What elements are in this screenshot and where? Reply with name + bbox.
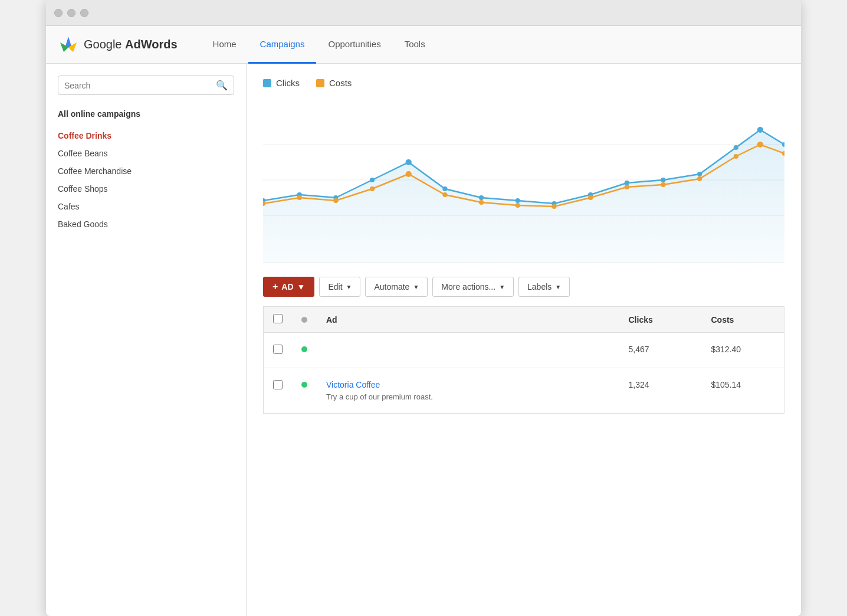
edit-label: Edit [328, 282, 342, 291]
row2-clicks: 1,324 [619, 368, 702, 414]
sidebar-item-coffee-merchandise[interactable]: Coffee Merchandise [58, 162, 234, 180]
nav-home[interactable]: Home [201, 26, 248, 64]
svg-point-14 [442, 186, 447, 191]
sidebar-item-coffee-drinks[interactable]: Coffee Drinks [58, 127, 234, 145]
svg-point-37 [697, 176, 702, 181]
nav-campaigns[interactable]: Campaigns [248, 26, 317, 64]
table-row: Victoria Coffee Try a cup of our premium… [264, 368, 784, 414]
sidebar-section-title: All online campaigns [58, 109, 234, 119]
row2-ad-title-link[interactable]: Victoria Coffee [326, 380, 610, 389]
row2-ad-desc: Try a cup of our premium roast. [326, 392, 433, 401]
more-actions-dropdown-icon: ▼ [499, 284, 505, 290]
row2-costs: $105.14 [702, 368, 784, 414]
row1-checkbox-cell [264, 333, 293, 368]
row1-ad-cell [317, 333, 619, 368]
svg-point-31 [479, 200, 484, 205]
row1-clicks: 5,467 [619, 333, 702, 368]
navbar: Google AdWords Home Campaigns Opportunit… [46, 26, 801, 64]
automate-label: Automate [374, 282, 409, 291]
svg-point-39 [757, 142, 763, 148]
adwords-logo-icon [58, 34, 79, 55]
legend-costs-label: Costs [329, 78, 352, 88]
header-status-dot [301, 317, 307, 323]
svg-point-22 [734, 145, 738, 150]
legend-costs: Costs [316, 78, 352, 88]
legend-clicks-label: Clicks [276, 78, 300, 88]
line-chart [263, 97, 784, 263]
th-status [292, 307, 317, 333]
svg-point-27 [333, 198, 338, 203]
svg-marker-8 [263, 130, 784, 263]
row2-checkbox[interactable] [273, 380, 283, 389]
minimize-button[interactable] [67, 9, 75, 17]
svg-point-15 [479, 195, 484, 200]
more-actions-button[interactable]: More actions... ▼ [432, 277, 514, 297]
th-ad: Ad [317, 307, 619, 333]
logo: Google AdWords [58, 34, 178, 55]
row1-status-dot [301, 346, 307, 352]
labels-dropdown-icon: ▼ [555, 284, 561, 290]
close-button[interactable] [54, 9, 63, 17]
svg-point-16 [516, 198, 520, 203]
svg-point-23 [757, 127, 763, 133]
chart-svg [263, 97, 784, 263]
ads-table: Ad Clicks Costs 5, [263, 306, 784, 414]
th-costs: Costs [702, 307, 784, 333]
plus-icon: + [273, 281, 278, 292]
add-ad-button[interactable]: + AD ▼ [263, 277, 314, 297]
svg-point-12 [370, 178, 375, 182]
svg-point-26 [297, 195, 302, 200]
nav-tools[interactable]: Tools [393, 26, 437, 64]
svg-point-33 [551, 204, 556, 209]
more-actions-label: More actions... [441, 282, 495, 291]
svg-point-29 [406, 171, 412, 177]
main-content: 🔍 All online campaigns Coffee Drinks Cof… [46, 64, 801, 616]
sidebar-item-cafes[interactable]: Cafes [58, 198, 234, 215]
sidebar-item-coffee-beans[interactable]: Coffee Beans [58, 145, 234, 162]
svg-point-28 [370, 186, 375, 191]
labels-label: Labels [527, 282, 551, 291]
th-clicks: Clicks [619, 307, 702, 333]
svg-point-35 [625, 185, 629, 189]
nav-opportunities[interactable]: Opportunities [316, 26, 392, 64]
row1-checkbox[interactable] [273, 345, 283, 354]
svg-point-38 [734, 154, 738, 159]
row2-status-dot [301, 382, 307, 388]
svg-point-19 [625, 181, 629, 185]
toolbar: + AD ▼ Edit ▼ Automate ▼ More actions...… [263, 277, 784, 297]
svg-point-30 [442, 192, 447, 197]
edit-dropdown-icon: ▼ [346, 284, 352, 290]
sidebar-item-coffee-shops[interactable]: Coffee Shops [58, 180, 234, 198]
maximize-button[interactable] [80, 9, 88, 17]
select-all-checkbox[interactable] [273, 314, 283, 323]
add-dropdown-icon: ▼ [297, 282, 306, 291]
svg-point-13 [406, 159, 412, 165]
search-icon: 🔍 [216, 80, 228, 91]
th-checkbox [264, 307, 293, 333]
nav-links: Home Campaigns Opportunities Tools [201, 26, 437, 63]
chart-legend: Clicks Costs [263, 78, 784, 88]
sidebar-item-baked-goods[interactable]: Baked Goods [58, 215, 234, 233]
search-input[interactable] [64, 81, 216, 90]
labels-button[interactable]: Labels ▼ [518, 277, 570, 297]
row2-status-cell [292, 368, 317, 414]
svg-point-20 [661, 178, 665, 182]
add-ad-label: AD [281, 282, 293, 291]
automate-dropdown-icon: ▼ [413, 284, 419, 290]
costs-color-dot [316, 79, 324, 87]
legend-clicks: Clicks [263, 78, 300, 88]
content-area: Clicks Costs [247, 64, 801, 616]
svg-point-21 [697, 172, 702, 176]
titlebar [46, 0, 801, 26]
table-header-row: Ad Clicks Costs [264, 307, 784, 333]
row2-checkbox-cell [264, 368, 293, 414]
app-window: Google AdWords Home Campaigns Opportunit… [46, 0, 801, 616]
svg-point-36 [661, 182, 665, 187]
sidebar: 🔍 All online campaigns Coffee Drinks Cof… [46, 64, 247, 616]
edit-button[interactable]: Edit ▼ [319, 277, 360, 297]
automate-button[interactable]: Automate ▼ [365, 277, 428, 297]
svg-point-34 [588, 195, 593, 200]
svg-point-32 [516, 203, 520, 208]
search-box[interactable]: 🔍 [58, 76, 234, 95]
logo-text: Google AdWords [84, 38, 178, 51]
